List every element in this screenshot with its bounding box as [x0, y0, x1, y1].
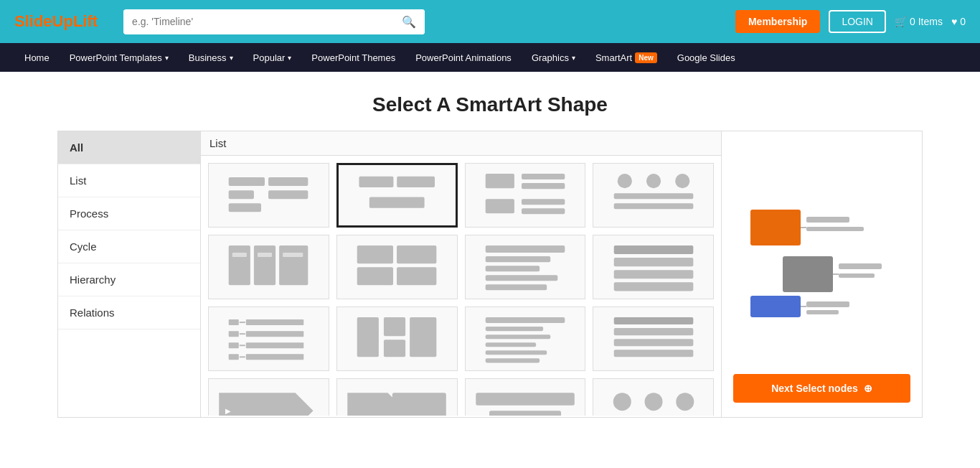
svg-point-72: [676, 393, 694, 411]
svg-rect-11: [486, 199, 514, 213]
svg-rect-68: [476, 393, 575, 406]
svg-rect-24: [283, 253, 303, 257]
membership-button[interactable]: Membership: [735, 10, 820, 33]
svg-rect-79: [839, 273, 875, 278]
svg-rect-56: [486, 334, 551, 339]
svg-rect-18: [613, 203, 693, 209]
shape-cell-5[interactable]: [208, 235, 329, 299]
shape-cell-3[interactable]: [465, 163, 586, 228]
nav-item-themes[interactable]: PowerPoint Themes: [301, 43, 405, 72]
shape-cell-14[interactable]: [336, 378, 458, 416]
svg-rect-4: [268, 190, 308, 199]
nav-item-home[interactable]: Home: [14, 43, 60, 72]
svg-rect-47: [229, 354, 239, 360]
heart-symbol: ♥: [951, 16, 957, 27]
main-layout: All List Process Cycle Hierarchy Relatio…: [57, 131, 923, 418]
svg-rect-52: [384, 340, 405, 357]
login-button[interactable]: LOGIN: [829, 10, 886, 33]
shape-grid[interactable]: ▶: [201, 156, 721, 416]
nav-item-templates[interactable]: PowerPoint Templates▾: [60, 43, 179, 72]
svg-rect-3: [229, 203, 261, 212]
next-button-label: Next Select nodes: [771, 383, 858, 394]
svg-rect-23: [258, 253, 272, 257]
svg-rect-34: [613, 245, 693, 254]
svg-rect-30: [486, 256, 551, 262]
logo[interactable]: SlideUpLift: [14, 12, 98, 31]
svg-point-16: [675, 174, 689, 188]
svg-rect-25: [357, 245, 393, 263]
svg-rect-43: [246, 331, 303, 337]
svg-rect-36: [613, 270, 693, 279]
search-input[interactable]: [123, 10, 393, 33]
svg-point-71: [644, 393, 662, 411]
nav-item-popular[interactable]: Popular▾: [243, 43, 302, 72]
svg-rect-35: [613, 258, 693, 266]
shape-cell-13[interactable]: ▶: [208, 378, 329, 416]
sidebar-item-relations[interactable]: Relations: [58, 296, 200, 329]
svg-rect-13: [522, 208, 565, 214]
search-button[interactable]: 🔍: [393, 9, 425, 34]
svg-rect-40: [246, 319, 303, 325]
shape-cell-6[interactable]: [336, 235, 458, 299]
svg-rect-58: [486, 350, 547, 355]
svg-rect-21: [279, 245, 308, 285]
preview-area: [733, 146, 910, 374]
sidebar-item-list[interactable]: List: [58, 164, 200, 197]
cart-symbol: 🛒: [895, 16, 907, 27]
cart-count: 0 Items: [910, 16, 943, 27]
shape-cell-12[interactable]: [593, 306, 714, 371]
svg-rect-31: [486, 266, 540, 271]
sidebar-item-cycle[interactable]: Cycle: [58, 230, 200, 263]
svg-rect-55: [486, 327, 543, 331]
shape-cell-10[interactable]: [336, 306, 458, 371]
cart-icon[interactable]: 🛒 0 Items: [895, 16, 943, 27]
sidebar-item-all[interactable]: All: [58, 131, 200, 164]
svg-rect-76: [806, 227, 864, 231]
page-title: Select A SmartArt Shape: [0, 72, 980, 131]
sidebar: All List Process Cycle Hierarchy Relatio…: [57, 131, 201, 418]
svg-rect-5: [359, 177, 393, 187]
shape-cell-1[interactable]: [208, 163, 329, 228]
svg-rect-50: [357, 317, 379, 357]
next-select-nodes-button[interactable]: Next Select nodes ⊕: [733, 374, 910, 403]
svg-rect-46: [246, 342, 303, 348]
header: SlideUpLift 🔍 Membership LOGIN 🛒 0 Items…: [0, 0, 980, 43]
svg-rect-44: [229, 342, 239, 348]
svg-rect-28: [397, 267, 436, 285]
svg-rect-10: [522, 183, 565, 189]
shape-cell-15[interactable]: [465, 378, 586, 416]
svg-rect-74: [750, 210, 801, 245]
nav-item-animations[interactable]: PowerPoint Animations: [405, 43, 522, 72]
nav-item-smartart[interactable]: SmartArt New: [585, 43, 667, 72]
svg-rect-57: [486, 342, 536, 347]
svg-rect-61: [613, 328, 693, 335]
svg-point-14: [617, 174, 631, 188]
logo-text-slide: SlideUp: [14, 12, 73, 30]
shape-cell-16[interactable]: [593, 378, 714, 416]
panel-header: List: [201, 131, 721, 156]
nav-item-google-slides[interactable]: Google Slides: [667, 43, 745, 72]
svg-point-70: [613, 393, 631, 411]
shape-cell-8[interactable]: [593, 235, 714, 299]
shape-cell-9[interactable]: [208, 306, 329, 371]
svg-rect-1: [268, 177, 308, 186]
preview-svg: [743, 195, 901, 324]
sidebar-item-hierarchy[interactable]: Hierarchy: [58, 263, 200, 296]
nav-item-graphics[interactable]: Graphics▾: [522, 43, 585, 72]
sidebar-item-process[interactable]: Process: [58, 197, 200, 230]
svg-rect-77: [783, 256, 833, 292]
shape-cell-7[interactable]: [465, 235, 586, 299]
svg-rect-8: [486, 174, 514, 188]
svg-rect-22: [232, 253, 247, 257]
svg-rect-41: [229, 331, 239, 337]
svg-rect-60: [613, 317, 693, 324]
wishlist-icon[interactable]: ♥ 0: [951, 16, 966, 27]
svg-rect-49: [246, 354, 303, 360]
sidebar-scroll[interactable]: All List Process Cycle Hierarchy Relatio…: [58, 131, 200, 417]
shape-cell-11[interactable]: [465, 306, 586, 371]
nav-item-business[interactable]: Business▾: [179, 43, 243, 72]
shape-cell-2[interactable]: [336, 163, 458, 228]
shape-cell-4[interactable]: [593, 163, 714, 228]
svg-rect-54: [486, 317, 565, 323]
svg-rect-67: [392, 393, 446, 416]
